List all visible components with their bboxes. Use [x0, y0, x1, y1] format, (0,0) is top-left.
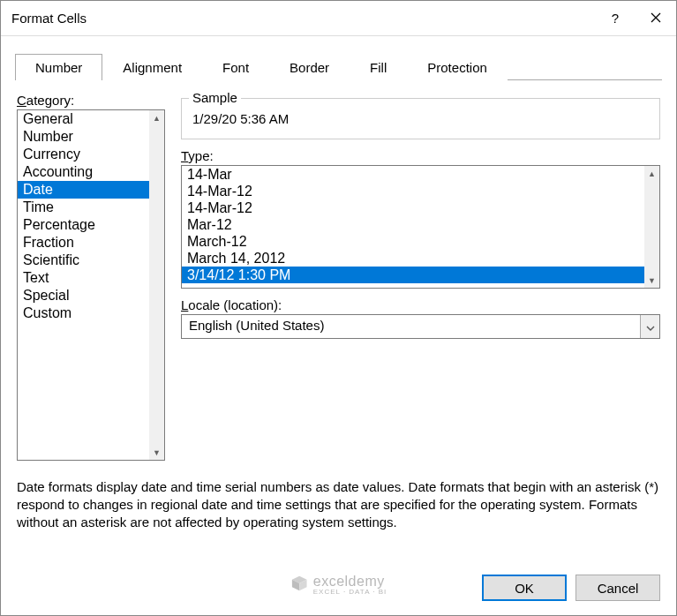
type-item[interactable]: 14-Mar-12 [182, 199, 644, 216]
category-item[interactable]: Scientific [18, 252, 150, 269]
category-item[interactable]: Currency [18, 146, 150, 163]
type-listbox[interactable]: 14-Mar14-Mar-1214-Mar-12Mar-12March-12Ma… [181, 165, 660, 289]
description-text: Date formats display date and time seria… [17, 478, 660, 531]
category-item[interactable]: Time [18, 199, 150, 216]
cancel-button[interactable]: Cancel [575, 575, 660, 601]
close-button[interactable] [636, 1, 676, 36]
locale-value: English (United States) [182, 315, 640, 338]
tab-fill[interactable]: Fill [350, 54, 407, 80]
chevron-down-icon [646, 319, 655, 334]
tab-protection[interactable]: Protection [407, 54, 508, 80]
tab-body-number: Category: GeneralNumberCurrencyAccountin… [1, 80, 676, 567]
tab-font[interactable]: Font [202, 54, 269, 80]
type-item[interactable]: 14-Mar-12 [182, 183, 644, 199]
dialog-title: Format Cells [11, 11, 595, 26]
type-item[interactable]: Mar-12 [182, 216, 644, 233]
titlebar: Format Cells ? [1, 1, 676, 36]
type-scrollbar[interactable]: ▲ ▼ [644, 166, 659, 288]
tab-alignment[interactable]: Alignment [102, 54, 202, 80]
type-item[interactable]: March-12 [182, 233, 644, 250]
category-scrollbar[interactable]: ▲ ▼ [149, 110, 164, 460]
ok-button[interactable]: OK [482, 575, 567, 601]
tabstrip: Number Alignment Font Border Fill Protec… [1, 36, 676, 80]
scroll-down-icon[interactable]: ▼ [644, 273, 659, 288]
dialog-footer: OK Cancel [1, 567, 676, 615]
category-label: Category: [17, 93, 165, 108]
category-item[interactable]: Date [18, 181, 150, 199]
locale-dropdown-button[interactable] [640, 315, 659, 338]
sample-value: 1/29/20 5:36 AM [191, 111, 651, 126]
category-item[interactable]: Number [18, 128, 150, 146]
category-listbox[interactable]: GeneralNumberCurrencyAccountingDateTimeP… [17, 109, 165, 461]
type-item[interactable]: March 14, 2012 [182, 250, 644, 267]
category-item[interactable]: Accounting [18, 163, 150, 181]
scroll-down-icon[interactable]: ▼ [149, 445, 164, 460]
category-item[interactable]: Text [18, 269, 150, 287]
category-item[interactable]: General [18, 110, 150, 128]
category-item[interactable]: Custom [18, 304, 150, 322]
scroll-up-icon[interactable]: ▲ [644, 166, 659, 181]
category-item[interactable]: Percentage [18, 216, 150, 234]
sample-legend: Sample [189, 90, 241, 105]
sample-group: Sample 1/29/20 5:36 AM [181, 98, 660, 139]
close-icon [651, 11, 661, 26]
tab-border[interactable]: Border [269, 54, 350, 80]
type-label: Type: [181, 148, 660, 163]
locale-label: Locale (location): [181, 297, 660, 312]
tab-number[interactable]: Number [15, 54, 102, 80]
help-button[interactable]: ? [595, 1, 636, 36]
format-cells-dialog: Format Cells ? Number Alignment Font Bor… [0, 0, 677, 616]
scroll-up-icon[interactable]: ▲ [149, 110, 164, 125]
type-item[interactable]: 3/14/12 1:30 PM [182, 267, 644, 283]
category-item[interactable]: Special [18, 287, 150, 304]
locale-combobox[interactable]: English (United States) [181, 314, 660, 339]
type-item[interactable]: 14-Mar [182, 166, 644, 183]
help-icon: ? [612, 11, 619, 26]
category-item[interactable]: Fraction [18, 234, 150, 252]
